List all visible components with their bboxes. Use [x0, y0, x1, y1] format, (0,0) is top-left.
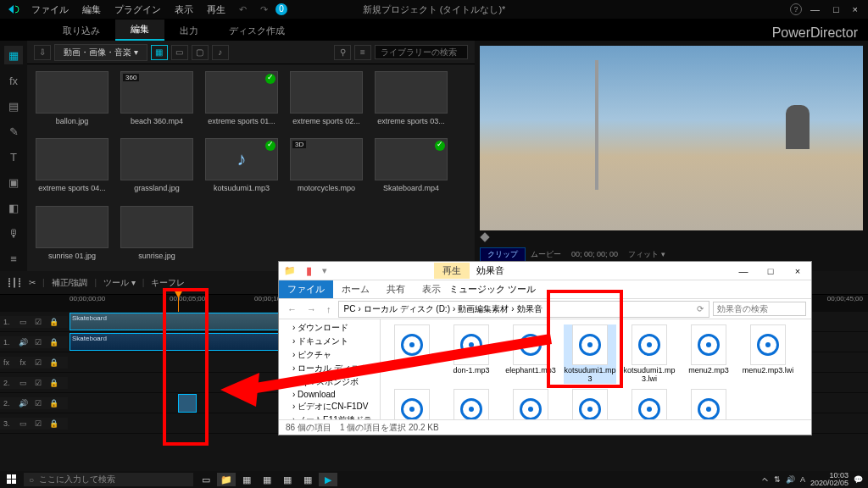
media-type-select[interactable]: 動画・画像・音楽 ▾ [54, 44, 147, 61]
media-thumb[interactable]: extreme sports 03... [375, 71, 448, 130]
view-grid-icon[interactable]: ▦ [151, 45, 168, 60]
tab-edit[interactable]: 編集 [115, 19, 164, 41]
media-thumb[interactable]: 3Dmotorcycles.mpo [290, 138, 363, 197]
explorer-maximize[interactable]: □ [757, 266, 784, 276]
file-item[interactable] [682, 389, 735, 419]
tool-keyframe[interactable]: キーフレ [151, 277, 185, 289]
menu-edit[interactable]: 編集 [76, 3, 107, 16]
explorer-minimize[interactable]: — [730, 266, 757, 276]
filter-image-icon[interactable]: ▢ [192, 45, 209, 60]
tree-node[interactable]: › Download [281, 389, 378, 400]
file-item[interactable] [386, 324, 438, 384]
file-item[interactable] [564, 389, 616, 419]
taskbar-app4-icon[interactable]: ▦ [278, 473, 297, 486]
tool-media-icon[interactable]: ▦ [4, 46, 23, 64]
file-item[interactable]: kotsudumi1.mp3.lwi [623, 324, 676, 384]
file-item[interactable]: kotsudumi1.mp3 [564, 324, 616, 384]
window-maximize[interactable]: □ [828, 4, 844, 14]
undo-icon[interactable]: ↶ [233, 4, 253, 15]
ribbon-share[interactable]: 共有 [378, 280, 414, 298]
info-icon[interactable]: 0 [275, 3, 287, 15]
cut-tool-icon[interactable]: ✂ [29, 278, 36, 287]
nav-up-icon[interactable]: ↑ [323, 304, 335, 314]
media-thumb[interactable]: extreme sports 04... [36, 138, 108, 197]
library-search-input[interactable] [375, 45, 468, 59]
selection-tool-icon[interactable]: ┋┃┋ [7, 278, 22, 287]
breadcrumb[interactable]: PC›ローカル ディスク (D:)›動画編集素材›効果音 ⟳ [338, 301, 710, 318]
media-thumb[interactable]: grassland.jpg [120, 138, 193, 197]
tool-mix-icon[interactable]: ◧ [4, 198, 23, 217]
nav-back-icon[interactable]: ← [284, 304, 300, 314]
preview-mode-clip[interactable]: クリップ [480, 247, 526, 262]
media-thumb[interactable]: Skateboard.mp4 [375, 138, 448, 197]
tree-node[interactable]: › ビデオにCN-F1DV [281, 400, 378, 413]
taskbar-app2-icon[interactable]: ▦ [237, 473, 256, 486]
file-item[interactable] [623, 389, 676, 419]
start-button[interactable] [0, 471, 24, 488]
playhead[interactable] [178, 295, 179, 312]
tree-node[interactable]: › ドキュメント [281, 335, 378, 348]
media-thumb[interactable]: extreme sports 02... [290, 71, 363, 130]
tree-node[interactable]: › ローカル ディスク [281, 362, 378, 375]
file-item[interactable]: menu2.mp3.lwi [742, 324, 794, 384]
preview-fit-select[interactable]: フィット ▾ [628, 249, 665, 260]
tool-transition-icon[interactable]: ▣ [4, 173, 23, 191]
tool-fix[interactable]: 補正/強調 [52, 277, 88, 289]
file-item[interactable] [504, 389, 557, 419]
media-thumb[interactable]: sunrise.jpg [120, 206, 193, 264]
preview-viewport[interactable] [480, 46, 863, 230]
tab-output[interactable]: 出力 [164, 21, 214, 41]
tree-node[interactable]: › ダウンロード [281, 321, 378, 335]
taskbar-app5-icon[interactable]: ▦ [298, 473, 317, 486]
ribbon-view[interactable]: 表示 [414, 280, 449, 298]
help-icon[interactable]: ? [790, 3, 802, 15]
media-thumb[interactable]: sunrise 01.jpg [36, 206, 108, 264]
tool-menu[interactable]: ツール ▾ [103, 277, 136, 289]
import-icon[interactable]: ⇩ [34, 45, 51, 60]
file-item[interactable] [445, 389, 498, 419]
media-thumb[interactable]: 360beach 360.mp4 [120, 71, 193, 130]
file-item[interactable]: elephant1.mp3 [504, 324, 557, 384]
filter-audio-icon[interactable]: ♪ [212, 45, 229, 60]
filter-video-icon[interactable]: ▭ [171, 45, 188, 60]
taskbar-explorer-icon[interactable]: 📁 [217, 473, 236, 486]
system-tray[interactable]: ㇸ⇅🔊A 10:032020/02/05 💬 [756, 472, 868, 487]
tool-voice-icon[interactable]: 🎙 [4, 224, 23, 242]
preview-mode-movie[interactable]: ムービー [531, 249, 561, 260]
explorer-close[interactable]: × [784, 266, 811, 276]
file-item[interactable]: menu2.mp3 [682, 324, 735, 384]
window-minimize[interactable]: — [805, 4, 825, 14]
ribbon-file[interactable]: ファイル [279, 280, 333, 298]
explorer-file-grid[interactable]: don-1.mp3elephant1.mp3kotsudumi1.mp3kots… [381, 319, 811, 419]
ribbon-home[interactable]: ホーム [333, 280, 378, 298]
media-thumb[interactable]: ballon.jpg [36, 71, 108, 130]
media-thumb[interactable]: kotsudumi1.mp3 [205, 138, 278, 197]
tree-node[interactable]: › ノートE11前後ドラ [281, 413, 378, 419]
taskbar-app3-icon[interactable]: ▦ [258, 473, 276, 486]
media-thumb[interactable]: extreme sports 01... [205, 71, 278, 130]
menu-file[interactable]: ファイル [25, 3, 75, 16]
tab-import[interactable]: 取り込み [47, 21, 115, 41]
tool-pen-icon[interactable]: ✎ [4, 122, 23, 141]
file-item[interactable]: don-1.mp3 [445, 324, 498, 384]
ribbon-music-tools[interactable]: ミュージック ツール [449, 283, 536, 296]
tool-overlay-icon[interactable]: ▤ [4, 97, 23, 115]
explorer-tree[interactable]: › ダウンロード› ドキュメント› ピクチャ› ローカル ディスク› mp4 ス… [279, 319, 381, 419]
nav-fwd-icon[interactable]: → [303, 304, 320, 314]
explorer-search-input[interactable] [713, 302, 806, 316]
tree-node[interactable]: › mp4 スポンジボ [281, 375, 378, 389]
tree-node[interactable]: › ピクチャ [281, 348, 378, 362]
tab-disc[interactable]: ディスク作成 [214, 21, 300, 41]
file-item[interactable] [386, 389, 438, 419]
window-close[interactable]: × [848, 4, 863, 14]
explorer-titlebar[interactable]: 📁 ▮ ▾ 再生 効果音 — □ × [279, 262, 811, 280]
taskbar-powerdirector-icon[interactable]: ▶ [319, 473, 337, 486]
tool-chapter-icon[interactable]: ≡ [4, 249, 23, 268]
tool-fx-icon[interactable]: fx [4, 71, 23, 90]
taskbar-search[interactable]: ○ここに入力して検索 [24, 473, 193, 486]
menu-play[interactable]: 再生 [201, 3, 231, 16]
tool-title-icon[interactable]: T [4, 147, 23, 166]
menu-plugin[interactable]: プラグイン [108, 3, 167, 16]
sort-icon[interactable]: ⚲ [334, 45, 351, 60]
task-view-icon[interactable]: ▭ [197, 473, 215, 486]
